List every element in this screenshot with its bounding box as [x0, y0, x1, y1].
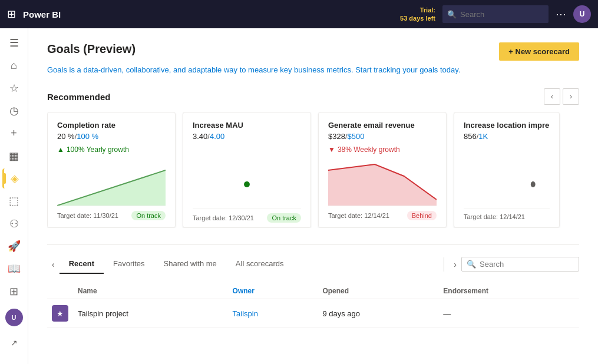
tabs-header: ‹ Recent Favorites Shared with me All sc…: [47, 254, 579, 274]
col-owner: Owner: [228, 283, 318, 299]
card-trend: ▼ 38% Weekly growth: [328, 145, 437, 154]
sidebar-item-workspaces[interactable]: ⊞: [2, 282, 26, 302]
more-options-icon[interactable]: ⋯: [556, 8, 566, 21]
table-row[interactable]: ★ Tailspin project Tailspin 9 days ago —: [47, 299, 579, 328]
target-date: Target date: 12/14/21: [464, 213, 525, 220]
col-name: Name: [73, 283, 228, 299]
card-value: 3.40/4.00: [193, 132, 301, 141]
tab-separator: [444, 257, 444, 272]
sidebar: ☰ ⌂ ☆ ◷ + ▦ ◈ ⬚ ⚇ 🚀 📖 ⊞ U ↗: [0, 28, 28, 364]
carousel-nav: ‹ ›: [544, 88, 579, 105]
tab-recent[interactable]: Recent: [60, 254, 104, 274]
recommended-section-header: Recommended ‹ ›: [47, 88, 579, 105]
carousel-next-button[interactable]: ›: [563, 88, 579, 105]
card-title: Completion rate: [57, 121, 166, 130]
card-increase-mau[interactable]: Increase MAU 3.40/4.00 Target date: 12/3…: [183, 112, 311, 228]
scorecards-table: Name Owner Opened Endorsement ★ Tailspin…: [47, 283, 579, 328]
card-footer: Target date: 12/14/21 Behind: [328, 206, 437, 225]
col-icon: [47, 283, 73, 299]
chart-svg: [57, 158, 166, 206]
col-opened: Opened: [318, 283, 438, 299]
global-search[interactable]: 🔍: [442, 5, 549, 23]
app-logo: Power BI: [23, 9, 393, 19]
target-date: Target date: 12/30/21: [193, 214, 254, 221]
sidebar-item-learn[interactable]: 📖: [2, 259, 26, 279]
search-input[interactable]: [460, 10, 544, 19]
row-owner-cell: Tailspin: [228, 299, 318, 328]
sidebar-external-link[interactable]: ↗: [2, 331, 26, 355]
tabs-next-button[interactable]: ›: [449, 257, 461, 272]
tab-search-input[interactable]: [480, 260, 574, 269]
row-icon-cell: ★: [47, 299, 73, 328]
card-trend: ▲ 100% Yearly growth: [57, 145, 166, 154]
sidebar-item-metrics[interactable]: ⬚: [2, 191, 26, 211]
tabs-list: Recent Favorites Shared with me All scor…: [60, 254, 440, 274]
recommended-cards: Completion rate 20 %/100 % ▲ 100% Yearly…: [47, 112, 579, 228]
target-date: Target date: 12/14/21: [328, 212, 389, 219]
page-header: Goals (Preview) + New scorecard: [47, 42, 579, 61]
sidebar-item-goals[interactable]: ◈: [2, 168, 26, 188]
sidebar-item-recent[interactable]: ◷: [2, 101, 26, 121]
card-footer: Target date: 12/30/21 On track: [193, 208, 301, 227]
grid-icon[interactable]: ⊞: [7, 8, 16, 21]
tab-shared-with-me[interactable]: Shared with me: [154, 254, 226, 274]
card-location-impressions[interactable]: Increase location impre 856/1K Target da…: [454, 112, 560, 228]
status-badge: On track: [267, 213, 301, 223]
row-endorsement-cell: —: [438, 299, 579, 328]
sidebar-item-home[interactable]: ⌂: [2, 55, 26, 75]
page-subtitle: Goals is a data-driven, collaborative, a…: [47, 65, 579, 74]
tabs-prev-button[interactable]: ‹: [47, 257, 60, 272]
trial-info: Trial: 53 days left: [400, 6, 435, 23]
row-opened-cell: 9 days ago: [318, 299, 438, 328]
sidebar-item-deploy[interactable]: 🚀: [2, 236, 26, 256]
carousel-prev-button[interactable]: ‹: [544, 88, 560, 105]
card-email-revenue[interactable]: Generate email revenue $328/$500 ▼ 38% W…: [318, 112, 447, 228]
sidebar-item-people[interactable]: ⚇: [2, 214, 26, 234]
search-icon: 🔍: [447, 10, 457, 19]
card-completion-rate[interactable]: Completion rate 20 %/100 % ▲ 100% Yearly…: [47, 112, 176, 228]
sidebar-item-menu[interactable]: ☰: [2, 33, 26, 53]
card-chart: [464, 161, 550, 208]
chart-svg: [328, 158, 437, 206]
trend-down-icon: ▼: [328, 145, 335, 154]
sidebar-item-create[interactable]: +: [2, 123, 26, 143]
chart-svg: [464, 161, 550, 208]
svg-point-1: [244, 181, 250, 187]
card-title: Increase MAU: [193, 121, 301, 130]
card-value: $328/$500: [328, 132, 437, 141]
col-endorsement: Endorsement: [438, 283, 579, 299]
tab-search[interactable]: 🔍: [461, 257, 579, 272]
card-footer: Target date: 11/30/21 On track: [57, 206, 166, 225]
trend-up-icon: ▲: [57, 145, 64, 154]
svg-marker-2: [328, 164, 437, 206]
user-avatar[interactable]: U: [573, 5, 591, 23]
recommended-title: Recommended: [47, 92, 111, 102]
search-icon: 🔍: [467, 260, 476, 269]
sidebar-avatar[interactable]: U: [5, 309, 23, 326]
card-chart: [57, 158, 166, 206]
sidebar-item-favorites[interactable]: ☆: [2, 78, 26, 98]
card-chart: [193, 161, 301, 208]
card-chart: [328, 158, 437, 206]
target-date: Target date: 11/30/21: [57, 212, 118, 219]
card-value: 20 %/100 %: [57, 132, 166, 141]
topnav: ⊞ Power BI Trial: 53 days left 🔍 ⋯ U: [0, 0, 598, 28]
tabs-section: ‹ Recent Favorites Shared with me All sc…: [47, 244, 579, 328]
row-name-cell: Tailspin project: [73, 299, 228, 328]
card-title: Generate email revenue: [328, 121, 437, 130]
tab-all-scorecards[interactable]: All scorecards: [226, 254, 293, 274]
main-content: Goals (Preview) + New scorecard Goals is…: [28, 28, 598, 364]
card-value: 856/1K: [464, 132, 550, 141]
tab-favorites[interactable]: Favorites: [104, 254, 154, 274]
svg-point-3: [531, 181, 536, 187]
sidebar-item-datasets[interactable]: ▦: [2, 146, 26, 166]
status-badge: Behind: [407, 211, 437, 220]
card-footer: Target date: 12/14/21: [464, 208, 550, 225]
chart-svg: [193, 161, 301, 208]
new-scorecard-button[interactable]: + New scorecard: [499, 42, 579, 61]
status-badge: On track: [131, 211, 166, 220]
scorecard-icon: ★: [52, 305, 68, 322]
card-trend: [193, 145, 301, 156]
card-title: Increase location impre: [464, 121, 550, 130]
page-title: Goals (Preview): [47, 42, 136, 56]
